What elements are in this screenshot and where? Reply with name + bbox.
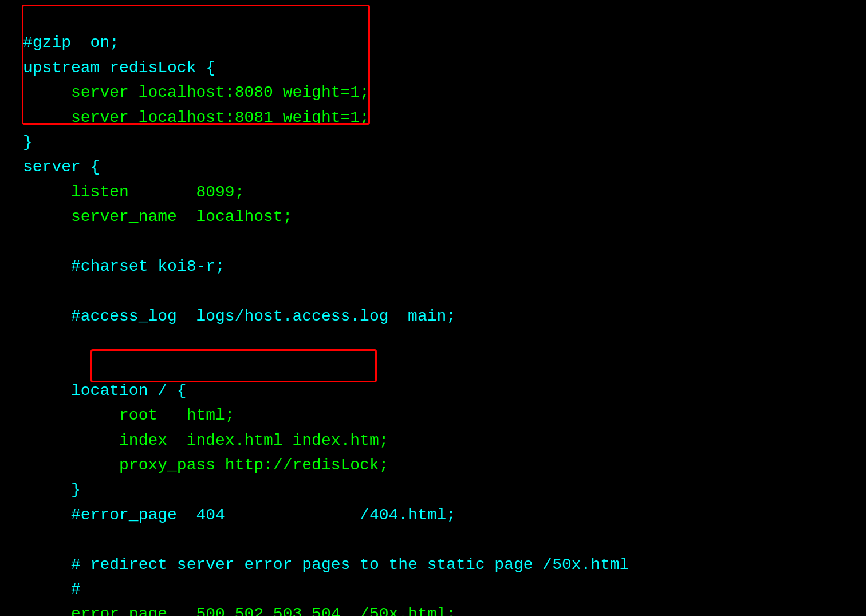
code-editor: #gzip on; upstream redisLock { server lo… — [0, 0, 866, 616]
line-server2: server localhost:8081 weight=1; — [23, 109, 369, 127]
line-index: index index.html index.htm; — [23, 432, 389, 449]
line-upstream: upstream redisLock { — [23, 59, 215, 77]
line-charset: #charset koi8-r; — [23, 258, 225, 275]
line-errorpage404: #error_page 404 /404.html; — [23, 506, 456, 524]
line-servername: server_name localhost; — [23, 208, 292, 226]
line-server1: server localhost:8080 weight=1; — [23, 84, 369, 101]
line-errorpage50x: error_page 500 502 503 504 /50x.html; — [23, 605, 456, 616]
line-comment-hash: # — [23, 581, 81, 598]
line-location: location / { — [23, 382, 187, 400]
line-listen: listen 8099; — [23, 183, 244, 201]
line-proxpass: proxy_pass http://redisLock; — [23, 456, 389, 474]
code-content: #gzip on; upstream redisLock { server lo… — [23, 6, 843, 616]
line-close1: } — [23, 133, 33, 151]
line-server-block: server { — [23, 158, 100, 176]
line-root: root html; — [23, 406, 235, 424]
line-accesslog: #access_log logs/host.access.log main; — [23, 307, 456, 325]
line-comment-redirect: # redirect server error pages to the sta… — [23, 556, 629, 574]
line-close2: } — [23, 481, 81, 499]
line-gzip: #gzip on; — [23, 34, 119, 52]
